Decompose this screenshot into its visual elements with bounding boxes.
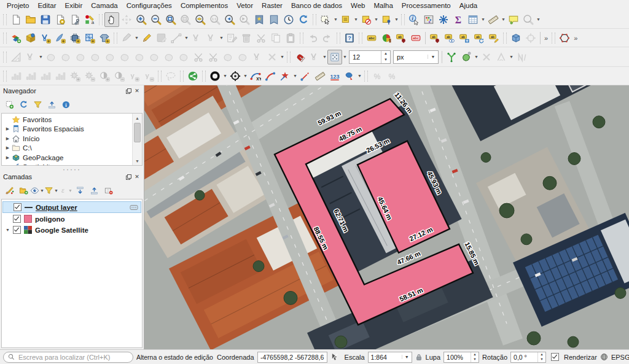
topology-flag-dropdown-icon[interactable]: ▼: [357, 74, 362, 78]
decrease-contrast-button[interactable]: [112, 69, 127, 83]
rotate-feature-button[interactable]: [73, 50, 88, 64]
zoom-out-button[interactable]: [149, 12, 163, 27]
chevron-down-icon[interactable]: ▼: [402, 355, 412, 359]
self-snapping-button[interactable]: [327, 50, 342, 64]
current-edits-dropdown-icon[interactable]: ▼: [134, 36, 139, 40]
expander-icon[interactable]: ▼: [4, 228, 11, 232]
style-manager-button[interactable]: a: [82, 12, 97, 27]
expander-icon[interactable]: ▶: [4, 155, 11, 160]
layer-diagrams-button[interactable]: [379, 31, 394, 45]
gps-target-button[interactable]: [228, 69, 243, 83]
percent-tool-1-button[interactable]: %: [370, 69, 385, 83]
magnifier-spinbox[interactable]: 100%▲▼: [443, 352, 479, 363]
new-print-layout-button[interactable]: [53, 12, 68, 27]
expander-icon[interactable]: ▶: [4, 126, 11, 131]
current-edits-button[interactable]: [119, 31, 134, 45]
merge-attributes-button[interactable]: [235, 50, 250, 64]
toolbar-grip[interactable]: [99, 14, 103, 25]
spin-down-icon[interactable]: ▼: [381, 57, 390, 63]
properties-widget-button[interactable]: i: [60, 98, 72, 110]
temporal-controller-button[interactable]: [281, 12, 296, 27]
filter-browser-button[interactable]: [31, 98, 44, 110]
move-annotation-button[interactable]: [298, 69, 313, 83]
geocoder-dropdown-icon[interactable]: ▼: [536, 17, 541, 21]
delete-selected-button[interactable]: [239, 31, 254, 45]
freehand-select-button[interactable]: [163, 69, 178, 83]
vertex-tool-active-layer-button[interactable]: [189, 31, 204, 45]
layer-visibility-checkbox[interactable]: [13, 226, 21, 234]
highlight-labels-button[interactable]: abc: [408, 31, 423, 45]
deselect-features-dropdown-icon[interactable]: ▼: [373, 17, 379, 21]
snap-units-combobox[interactable]: px▼: [393, 50, 439, 64]
zoom-full-button[interactable]: [163, 12, 178, 27]
modify-attributes-button[interactable]: [224, 31, 239, 45]
add-raster-layer-button[interactable]: [68, 31, 82, 45]
crs-value[interactable]: EPSG:3857: [611, 354, 629, 361]
topology-flag-button[interactable]: [342, 69, 357, 83]
menu-web[interactable]: Web: [346, 1, 369, 10]
manage-map-themes-button[interactable]: ▼: [31, 184, 44, 196]
help-contents-button[interactable]: ?: [342, 31, 357, 45]
toolbar-grip[interactable]: [158, 71, 162, 82]
snap-on-intersections-button[interactable]: [307, 50, 322, 64]
locator-search[interactable]: [3, 352, 133, 363]
expander-icon[interactable]: ▶: [4, 145, 11, 150]
increase-gamma-button[interactable]: γ: [127, 69, 141, 83]
local-histogram-stretch-button[interactable]: [9, 69, 23, 83]
menu-ajuda[interactable]: Ajuda: [455, 1, 482, 10]
local-cumulative-stretch-button[interactable]: [38, 69, 53, 83]
toolbar-grip[interactable]: [114, 33, 117, 44]
expander-icon[interactable]: ▶: [4, 136, 11, 141]
tracing-button[interactable]: [444, 50, 459, 64]
menu-editar[interactable]: Editar: [33, 1, 60, 10]
scale-combobox[interactable]: 1:864▼: [368, 352, 412, 363]
locator-input[interactable]: [17, 353, 128, 362]
expand-all-button[interactable]: [74, 184, 86, 196]
browser-item-geopackage[interactable]: ▶GeoPackage: [2, 153, 133, 163]
browser-item-in-cio[interactable]: ▶Início: [2, 134, 133, 144]
toolbar-overflow-icon[interactable]: »: [542, 34, 550, 42]
scroll-down-icon[interactable]: ▼: [133, 157, 142, 165]
add-feature-dropdown-icon[interactable]: ▼: [184, 36, 189, 40]
construction-tools-dropdown-icon[interactable]: ▼: [38, 55, 44, 59]
avoid-overlap-button[interactable]: [459, 50, 474, 64]
trim-extend-dropdown-icon[interactable]: ▼: [279, 55, 285, 59]
spin-up-icon[interactable]: ▲: [381, 51, 390, 57]
undo-button[interactable]: [305, 31, 320, 45]
scrollbar-thumb[interactable]: [134, 123, 141, 142]
browser-item-spatialite[interactable]: SpatiaLite: [2, 163, 133, 166]
cut-features-button[interactable]: [254, 31, 268, 45]
toolbar-grip[interactable]: [3, 33, 7, 44]
browser-item-favoritos[interactable]: Favoritos: [2, 115, 133, 125]
menu-malha[interactable]: Malha: [370, 1, 397, 10]
filter-by-expression-button[interactable]: ε▼: [60, 184, 72, 196]
toolbar-grip[interactable]: [364, 71, 368, 82]
toolbar-grip[interactable]: [313, 14, 316, 25]
zoom-next-button[interactable]: [237, 12, 252, 27]
rotate-label-button[interactable]: ab: [472, 31, 486, 45]
split-parts-button[interactable]: [206, 50, 221, 64]
attribute-table-dropdown-icon[interactable]: ▼: [480, 17, 486, 21]
map-tips-button[interactable]: [506, 12, 521, 27]
fill-ring-button[interactable]: [117, 50, 132, 64]
add-group-button[interactable]: [17, 184, 29, 196]
menu-vetor[interactable]: Vetor: [232, 1, 257, 10]
add-feature-button[interactable]: [169, 31, 184, 45]
add-ring-button[interactable]: [103, 50, 117, 64]
pin-labels-button[interactable]: ab: [394, 31, 408, 45]
coordinate-extent-toggle-icon[interactable]: [330, 353, 338, 361]
toggle-editing-button[interactable]: [139, 31, 154, 45]
filter-legend-button[interactable]: ▼: [45, 184, 58, 196]
delete-part-button[interactable]: [147, 50, 162, 64]
new-bookmark-button[interactable]: [252, 12, 267, 27]
toolbar-grip[interactable]: [359, 33, 362, 44]
layer-visibility-checkbox[interactable]: [13, 215, 21, 223]
add-spatialite-layer-button[interactable]: [53, 31, 68, 45]
toolbar-grip[interactable]: [337, 33, 340, 44]
mini-ruler-button[interactable]: [313, 69, 327, 83]
toolbar-grip[interactable]: [3, 52, 7, 63]
menu-processamento[interactable]: Processamento: [397, 1, 455, 10]
browser-item-favoritos-espaciais[interactable]: ▶Favoritos Espaciais: [2, 125, 133, 134]
annotation-ring-dropdown-icon[interactable]: ▼: [222, 74, 228, 78]
toolbar-grip[interactable]: [202, 71, 206, 82]
